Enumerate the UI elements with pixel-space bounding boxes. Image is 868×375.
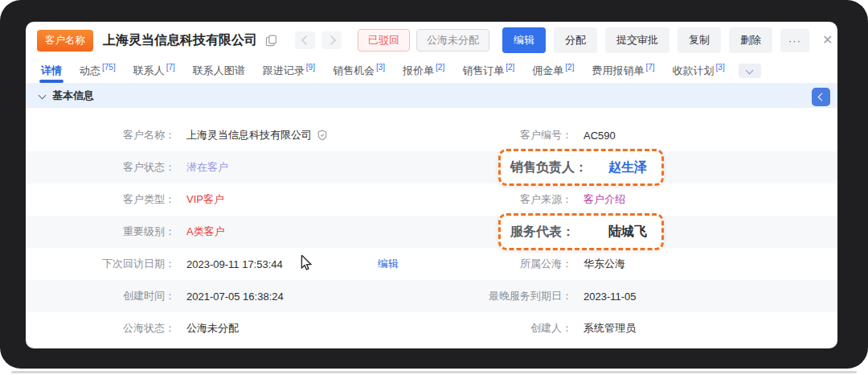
customer-name-label: 客户名称：	[39, 128, 175, 142]
delete-button[interactable]: 删除	[729, 27, 772, 53]
customer-name-badge: 客户名称	[37, 30, 93, 52]
tab-contacts[interactable]: 联系人[7]	[125, 59, 184, 83]
sales-owner-label: 销售负责人：	[510, 159, 608, 176]
tab-list: 详情动态[75]联系人[7]联系人图谱跟进记录[9]销售机会[3]报价单[2]销…	[32, 59, 734, 83]
tab-contact-graph[interactable]: 联系人图谱	[184, 59, 254, 83]
tab-count-badge: [9]	[306, 63, 315, 72]
field-row: 下次回访日期：2023-09-11 17:53:44编辑所属公海：华东公海	[26, 248, 837, 280]
tab-details[interactable]: 详情	[32, 59, 71, 83]
tab-label: 跟进记录	[263, 64, 305, 78]
verified-shield-icon	[317, 130, 328, 141]
next-record-button[interactable]	[321, 31, 342, 49]
customer-type-value: VIP客户	[186, 192, 224, 207]
edit-button[interactable]: 编辑	[502, 27, 546, 53]
field-customer-type: 客户类型：VIP客户	[26, 183, 432, 216]
tab-commission-orders[interactable]: 佣金单[2]	[523, 59, 583, 83]
created-time-label: 创建时间：	[39, 289, 175, 303]
customer-source-label: 客户来源：	[432, 192, 572, 207]
field-row: 客户状态：潜在客户销售负责人：赵生泽	[26, 151, 837, 183]
close-icon[interactable]: ✕	[822, 34, 833, 47]
service-rep-highlight-box: 服务代表：陆城飞	[498, 213, 664, 250]
field-created-time: 创建时间：2021-07-05 16:38:24	[26, 280, 432, 312]
section-title: 基本信息	[52, 89, 94, 103]
prev-record-button[interactable]	[295, 31, 315, 49]
copy-icon[interactable]	[265, 35, 277, 47]
tab-count-badge: [3]	[376, 63, 385, 72]
field-pool-status: 公海状态：公海未分配	[26, 312, 432, 344]
field-next-visit-date: 下次回访日期：2023-09-11 17:53:44编辑	[26, 248, 432, 280]
pool-name-label: 所属公海：	[432, 257, 572, 271]
tab-follow-records[interactable]: 跟进记录[9]	[254, 59, 324, 83]
tab-count-badge: [3]	[716, 63, 725, 72]
pool-name-value: 华东公海	[583, 257, 625, 271]
creator-label: 创建人：	[432, 321, 572, 336]
field-customer-source: 客户来源：客户介绍	[432, 183, 837, 216]
customer-name-value: 上海灵当信息科技有限公司	[186, 128, 312, 142]
tab-label: 报价单	[403, 64, 434, 78]
customer-type-label: 客户类型：	[39, 192, 175, 207]
frame-bottom-edge	[11, 371, 857, 373]
tab-label: 详情	[41, 64, 62, 78]
collapse-panel-button[interactable]	[812, 88, 830, 106]
tab-count-badge: [2]	[436, 63, 444, 72]
tab-expense-reports[interactable]: 费用报销单[7]	[583, 59, 663, 83]
record-nav	[295, 31, 342, 49]
assign-button[interactable]: 分配	[554, 27, 597, 53]
pool-status-badge: 公海未分配	[416, 29, 489, 52]
tab-count-badge: [2]	[565, 63, 574, 72]
field-customer-status: 客户状态：潜在客户	[26, 151, 432, 183]
field-customer-name: 客户名称：上海灵当信息科技有限公司	[26, 119, 432, 151]
chevron-left-icon	[818, 93, 826, 101]
customer-status-value[interactable]: 潜在客户	[186, 160, 228, 175]
page-title: 上海灵当信息科技有限公司	[103, 32, 257, 49]
tab-count-badge: [2]	[506, 63, 514, 72]
field-row: 创建时间：2021-07-05 16:38:24最晚服务到期日：2023-11-…	[26, 280, 837, 312]
tab-label: 销售机会	[333, 64, 375, 78]
sales-owner-value[interactable]: 赵生泽	[608, 159, 647, 176]
basic-info-section-header[interactable]: 基本信息	[26, 84, 837, 108]
sales-owner-highlight-box: 销售负责人：赵生泽	[498, 149, 664, 186]
service-due-date-value: 2023-11-05	[583, 291, 637, 303]
field-row: 客户类型：VIP客户客户来源：客户介绍	[26, 183, 837, 216]
tab-count-badge: [7]	[645, 63, 654, 72]
customer-no-label: 客户编号：	[432, 128, 572, 142]
tab-count-badge: [7]	[166, 63, 175, 72]
more-tabs-button[interactable]	[739, 64, 761, 78]
tab-label: 联系人图谱	[193, 64, 245, 78]
service-rep-value: 陆城飞	[608, 224, 647, 241]
created-time-value: 2021-07-05 16:38:24	[186, 291, 284, 303]
service-due-date-label: 最晚服务到期日：	[432, 289, 572, 303]
header-actions: 编辑分配提交审批复制删除···	[502, 27, 809, 53]
field-importance-level: 重要级别：A类客户	[26, 216, 432, 248]
field-customer-no: 客户编号：AC590	[432, 119, 837, 151]
tab-label: 动态	[80, 64, 100, 78]
next-visit-date-edit-link[interactable]: 编辑	[378, 257, 399, 271]
customer-no-value: AC590	[583, 130, 616, 142]
pool-status-value: 公海未分配	[186, 321, 239, 336]
submit-approval-button[interactable]: 提交审批	[605, 27, 669, 53]
section-collapse-icon	[39, 91, 47, 99]
tab-sales-orders[interactable]: 销售订单[2]	[453, 59, 523, 83]
more-button[interactable]: ···	[780, 29, 809, 52]
tab-label: 佣金单	[532, 64, 563, 78]
copy-button[interactable]: 复制	[678, 27, 721, 53]
tab-label: 销售订单	[462, 64, 504, 78]
customer-source-value: 客户介绍	[583, 192, 625, 207]
field-rows: 客户名称：上海灵当信息科技有限公司客户编号：AC590客户状态：潜在客户销售负责…	[26, 119, 837, 344]
tab-quotations[interactable]: 报价单[2]	[394, 59, 453, 83]
field-service-rep: 服务代表：陆城飞	[432, 216, 837, 248]
next-visit-date-label: 下次回访日期：	[39, 257, 175, 271]
tab-count-badge: [75]	[102, 63, 116, 72]
tab-bar: 详情动态[75]联系人[7]联系人图谱跟进记录[9]销售机会[3]报价单[2]销…	[26, 59, 837, 84]
tab-label: 收款计划	[673, 64, 714, 78]
field-creator: 创建人：系统管理员	[432, 312, 837, 344]
importance-level-value: A类客户	[186, 225, 225, 239]
field-service-due-date: 最晚服务到期日：2023-11-05	[432, 280, 837, 312]
tab-activity[interactable]: 动态[75]	[71, 59, 125, 83]
field-pool-name: 所属公海：华东公海	[432, 248, 837, 280]
crm-customer-detail-window: 客户名称 上海灵当信息科技有限公司 已驳回 公海未分配 编辑分配提交审批复制删除…	[26, 22, 837, 348]
tab-sales-opportunities[interactable]: 销售机会[3]	[324, 59, 394, 83]
header-bar: 客户名称 上海灵当信息科技有限公司 已驳回 公海未分配 编辑分配提交审批复制删除…	[26, 22, 837, 59]
tab-payment-plans[interactable]: 收款计划[3]	[664, 59, 734, 83]
tab-label: 联系人	[133, 64, 165, 78]
